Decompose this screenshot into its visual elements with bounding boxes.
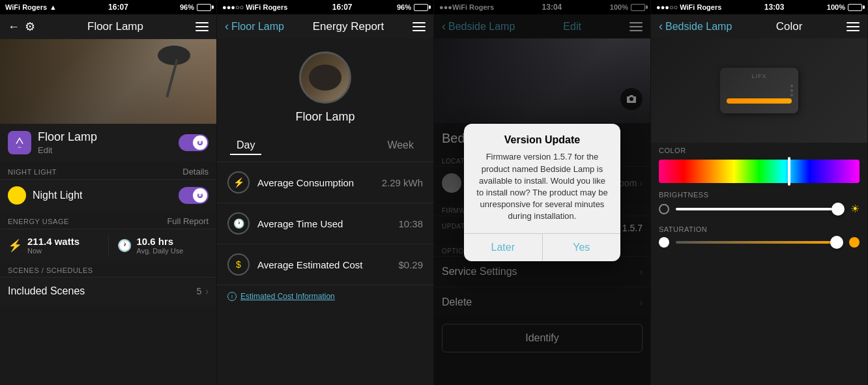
status-bar-1: WiFi Rogers ▲ 16:07 96% (0, 0, 216, 14)
panel-floor-lamp-main: WiFi Rogers ▲ 16:07 96% ← ⚙ Floor Lamp (0, 0, 217, 385)
saturation-track[interactable] (676, 241, 843, 244)
header-1: ← ⚙ Floor Lamp (0, 14, 216, 39)
power-toggle-1[interactable]: | (179, 134, 209, 151)
brightness-track[interactable] (676, 208, 844, 210)
estimated-cost-link[interactable]: Estimated Cost Information (240, 292, 335, 301)
lightning-icon: ⚡ (8, 238, 22, 253)
battery-icon-4 (848, 4, 862, 11)
brightness-section: Brightness ☀ (651, 186, 867, 220)
time-used-label: Average Time Used (257, 218, 343, 229)
time-icon: 🕐 (227, 212, 250, 235)
hamburger-menu-2[interactable] (412, 22, 426, 31)
scenes-item-label: Included Scenes (8, 285, 85, 297)
hamburger-menu-1[interactable] (195, 22, 209, 31)
color-cursor (788, 157, 790, 186)
night-light-row: Night Light | (0, 179, 216, 211)
status-time-2: 16:07 (332, 3, 353, 12)
night-light-toggle[interactable]: | (179, 187, 209, 204)
energy-usage-label: ENERGY USAGE (8, 218, 69, 225)
scenes-label: SCENES / SCHEDULES (8, 266, 93, 274)
status-bar-2: ●●●○○ WiFi Rogers 16:07 96% (217, 0, 433, 14)
yes-button[interactable]: Yes (543, 234, 621, 261)
dialog-title: Version Update (474, 134, 610, 146)
hero-image-1 (0, 39, 216, 124)
saturation-high-icon (849, 237, 860, 248)
status-carrier-4: ●●●○○ WiFi Rogers (656, 3, 721, 11)
included-scenes-row[interactable]: Included Scenes 5 › (0, 277, 216, 305)
page-title-1: Floor Lamp (87, 20, 143, 33)
status-time-4: 13:03 (764, 3, 785, 12)
saturation-label: Saturation (659, 225, 860, 233)
back-icon-1[interactable]: ← (8, 20, 20, 34)
status-carrier-1: WiFi Rogers ▲ (5, 3, 57, 11)
tab-week[interactable]: Week (381, 137, 420, 155)
energy-stats-list: ⚡ Average Consumption 2.29 kWh 🕐 Average… (217, 162, 433, 285)
tab-day[interactable]: Day (230, 137, 261, 155)
hamburger-menu-4[interactable] (846, 22, 860, 31)
panel-bedside-lamp: ●●●WiFi Rogers 13:04 100% ‹ Bedside Lamp… (434, 0, 651, 385)
dialog-buttons: Later Yes (464, 233, 620, 261)
scenes-count: 5 (197, 286, 202, 296)
night-light-item-label: Night Light (33, 190, 83, 201)
device-name-1: Floor Lamp (38, 130, 97, 144)
time-used-value: 10:38 (398, 218, 423, 229)
night-light-label: NIGHT LIGHT (8, 168, 57, 176)
night-light-section: NIGHT LIGHT Details Night Light | (0, 162, 216, 211)
avatar-device-name: Floor Lamp (295, 110, 354, 124)
later-button[interactable]: Later (464, 234, 543, 261)
color-section-label: Color (651, 143, 867, 157)
estimated-cost-note: i Estimated Cost Information (217, 285, 433, 307)
watts-value: 211.4 watts (27, 236, 80, 247)
status-battery-2: 96% (397, 3, 428, 11)
energy-hours-stat: 🕐 10.6 hrs Avg. Daily Use (109, 229, 217, 261)
consumption-value: 2.29 kWh (382, 177, 423, 188)
device-3d-view: LIFX (651, 38, 867, 143)
back-label-4: Bedside Lamp (665, 21, 732, 33)
brightness-thumb[interactable] (832, 203, 845, 216)
page-title-4: Color (776, 20, 803, 33)
brightness-high-icon: ☀ (850, 203, 860, 215)
back-arrow-2: ‹ (225, 20, 229, 33)
brightness-fill (676, 208, 835, 210)
stat-estimated-cost: $ Average Estimated Cost $0.29 (217, 244, 433, 285)
brightness-low-icon (659, 204, 669, 214)
panel-color: ●●●○○ WiFi Rogers 13:03 100% ‹ Bedside L… (651, 0, 868, 385)
back-button-4[interactable]: ‹ Bedside Lamp (659, 20, 732, 33)
header-4: ‹ Bedside Lamp Color (651, 14, 867, 38)
status-bar-4: ●●●○○ WiFi Rogers 13:03 100% (651, 0, 867, 14)
night-light-details[interactable]: Details (182, 167, 209, 177)
avatar-section: Floor Lamp (217, 38, 433, 130)
energy-stats-row: ⚡ 211.4 watts Now 🕐 10.6 hrs Avg. Daily … (0, 229, 216, 261)
panel-energy-report: ●●●○○ WiFi Rogers 16:07 96% ‹ Floor Lamp… (217, 0, 434, 385)
device-info-1: Floor Lamp Edit | (0, 124, 216, 162)
brightness-label: Brightness (659, 191, 860, 199)
status-battery-1: 96% (180, 3, 211, 11)
night-light-header: NIGHT LIGHT Details (0, 162, 216, 179)
energy-usage-section: ENERGY USAGE Full Report ⚡ 211.4 watts N… (0, 211, 216, 261)
device-color-stripe (727, 98, 792, 104)
version-update-dialog: Version Update Firmware version 1.5.7 fo… (464, 124, 620, 261)
page-title-2: Energy Report (313, 20, 384, 33)
device-left-1: Floor Lamp Edit (8, 130, 97, 155)
saturation-thumb[interactable] (830, 236, 843, 249)
hours-label: Avg. Daily Use (137, 247, 184, 255)
hero-lamp-1 (158, 46, 197, 111)
color-gradient-bar[interactable] (659, 160, 860, 183)
watts-label: Now (27, 247, 80, 255)
battery-icon-2 (414, 4, 428, 11)
back-arrow-4: ‹ (659, 20, 663, 33)
dialog-message: Firmware version 1.5.7 for the product n… (474, 151, 610, 222)
settings-icon-1[interactable]: ⚙ (25, 20, 35, 34)
device-box: LIFX (720, 68, 798, 113)
consumption-icon: ⚡ (227, 171, 250, 193)
full-report-link[interactable]: Full Report (167, 216, 209, 226)
device-icon-box-1 (8, 131, 31, 154)
back-button-2[interactable]: ‹ Floor Lamp (225, 20, 284, 33)
cost-icon: $ (227, 253, 250, 276)
status-carrier-2: ●●●○○ WiFi Rogers (222, 3, 287, 11)
device-avatar (299, 51, 351, 104)
saturation-section: Saturation (651, 220, 867, 253)
status-battery-4: 100% (827, 3, 862, 11)
device-edit-1[interactable]: Edit (38, 145, 97, 155)
hours-value: 10.6 hrs (137, 236, 184, 247)
